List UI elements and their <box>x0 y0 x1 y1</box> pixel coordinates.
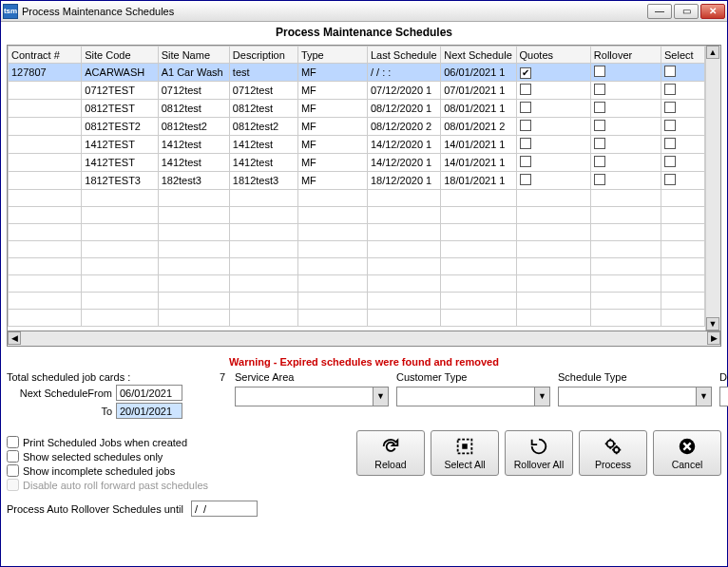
department-input[interactable] <box>720 387 728 406</box>
checkbox-icon[interactable] <box>664 156 676 167</box>
cancel-button[interactable]: Cancel <box>653 430 721 476</box>
grid-table[interactable]: Contract #Site CodeSite NameDescriptionT… <box>8 46 705 327</box>
checkbox-icon[interactable] <box>594 174 605 185</box>
checkbox-icon[interactable] <box>664 138 676 149</box>
app-icon: tsm <box>3 4 18 19</box>
checkbox-icon[interactable] <box>520 120 531 131</box>
scroll-up-icon[interactable]: ▲ <box>706 46 719 59</box>
process-button[interactable]: Process <box>579 430 647 476</box>
print-check[interactable]: Print Scheduled Jobs when created <box>7 436 330 448</box>
total-value: 7 <box>149 371 225 383</box>
checkbox-icon[interactable] <box>664 102 676 113</box>
checkbox-icon[interactable] <box>520 67 531 79</box>
checkbox-icon[interactable] <box>520 156 531 167</box>
checkbox-icon[interactable] <box>594 102 605 113</box>
action-buttons: Reload Select All Rollover All Process <box>330 430 721 476</box>
column-header[interactable]: Type <box>297 47 367 64</box>
app-window: tsm Process Maintenance Schedules — ▭ ✕ … <box>0 0 728 567</box>
column-header[interactable]: Description <box>229 47 297 64</box>
checkbox-icon[interactable] <box>520 174 531 185</box>
checkbox-icon[interactable] <box>594 156 605 167</box>
checkbox-icon[interactable] <box>664 174 676 185</box>
svg-point-2 <box>607 441 614 447</box>
chevron-down-icon[interactable]: ▼ <box>696 387 711 406</box>
table-row[interactable]: 0812TEST0812test0812testMF08/12/2020 108… <box>9 100 705 118</box>
checkbox-icon[interactable] <box>594 138 605 149</box>
table-row[interactable]: 1412TEST1412test1412testMF14/12/2020 114… <box>9 154 705 172</box>
department-label: Department22 <box>719 371 728 383</box>
table-row[interactable] <box>9 190 705 207</box>
table-row[interactable]: 1812TEST3182test31812test3MF18/12/2020 1… <box>9 172 705 190</box>
scroll-down-icon[interactable]: ▼ <box>706 317 719 331</box>
cancel-icon <box>677 436 698 457</box>
to-date-input[interactable] <box>116 403 182 419</box>
column-header[interactable]: Select <box>661 47 704 64</box>
maximize-button[interactable]: ▭ <box>674 4 699 19</box>
schedule-type-select[interactable]: ▼ <box>558 387 712 406</box>
select-all-button[interactable]: Select All <box>431 430 499 476</box>
grid-vscroll[interactable]: ▲ ▼ <box>705 46 720 331</box>
rollover-icon <box>528 436 549 457</box>
form-area: Total scheduled job cards : 7 Next Sched… <box>7 371 721 421</box>
content: Process Maintenance Schedules Contract #… <box>1 22 727 566</box>
auto-rollover-date-input[interactable] <box>191 501 258 517</box>
checkbox-icon[interactable] <box>594 84 605 95</box>
schedule-type-input[interactable] <box>559 387 696 406</box>
table-row[interactable]: 127807ACARWASHA1 Car WashtestMF/ / : :06… <box>9 64 705 82</box>
grid-hscroll[interactable]: ◀ ▶ <box>7 331 721 347</box>
scroll-left-icon[interactable]: ◀ <box>8 331 21 345</box>
reload-button[interactable]: Reload <box>356 430 425 476</box>
customer-type-select[interactable]: ▼ <box>396 387 550 406</box>
warning-text: Warning - Expired schedules were found a… <box>7 350 721 371</box>
table-row[interactable] <box>9 224 705 241</box>
show-selected-check[interactable]: Show selected schedules only <box>7 450 330 463</box>
service-area-input[interactable] <box>236 387 373 406</box>
to-label: To <box>7 406 116 417</box>
svg-point-3 <box>614 447 620 453</box>
svg-rect-1 <box>462 444 468 449</box>
checkbox-icon[interactable] <box>664 120 676 131</box>
table-row[interactable] <box>9 275 705 293</box>
schedule-grid: Contract #Site CodeSite NameDescriptionT… <box>7 45 721 331</box>
rollover-all-button[interactable]: Rollover All <box>505 430 573 476</box>
close-button[interactable]: ✕ <box>700 4 725 19</box>
checkbox-icon[interactable] <box>594 66 605 77</box>
table-row[interactable] <box>9 258 705 275</box>
titlebar: tsm Process Maintenance Schedules — ▭ ✕ <box>1 1 727 22</box>
show-incomplete-check[interactable]: Show incomplete scheduled jobs <box>7 464 330 477</box>
column-header[interactable]: Contract # <box>9 47 82 64</box>
checkbox-icon[interactable] <box>520 84 531 95</box>
disable-auto-check: Disable auto roll forward past schedules <box>7 479 330 491</box>
customer-type-input[interactable] <box>397 387 534 406</box>
table-row[interactable]: 1412TEST1412test1412testMF14/12/2020 114… <box>9 136 705 154</box>
checkbox-icon[interactable] <box>664 66 676 77</box>
column-header[interactable]: Last Schedule <box>367 47 440 64</box>
customer-type-label: Customer Type <box>396 371 550 383</box>
department-select[interactable]: ▼ <box>719 387 728 406</box>
column-header[interactable]: Site Name <box>158 47 229 64</box>
table-row[interactable]: 0712TEST0712test0712testMF07/12/2020 107… <box>9 82 705 100</box>
table-row[interactable] <box>9 310 705 327</box>
select-all-icon <box>454 436 475 457</box>
table-row[interactable] <box>9 241 705 258</box>
checkbox-icon[interactable] <box>594 120 605 131</box>
column-header[interactable]: Next Schedule <box>441 47 516 64</box>
table-row[interactable]: 0812TEST20812test20812test2MF08/12/2020 … <box>9 118 705 136</box>
checkbox-icon[interactable] <box>520 138 531 149</box>
from-date-input[interactable] <box>116 385 182 401</box>
checkbox-icon[interactable] <box>664 84 676 95</box>
table-row[interactable] <box>9 207 705 224</box>
chevron-down-icon[interactable]: ▼ <box>534 387 549 406</box>
checkbox-icon[interactable] <box>520 102 531 113</box>
scroll-right-icon[interactable]: ▶ <box>707 331 720 345</box>
column-header[interactable]: Site Code <box>82 47 158 64</box>
window-title: Process Maintenance Schedules <box>22 6 645 17</box>
chevron-down-icon[interactable]: ▼ <box>373 387 388 406</box>
reload-icon <box>380 436 401 457</box>
table-row[interactable] <box>9 293 705 310</box>
auto-rollover-label: Process Auto Rollover Schedules until <box>7 503 183 515</box>
column-header[interactable]: Quotes <box>516 47 590 64</box>
minimize-button[interactable]: — <box>647 4 672 19</box>
service-area-select[interactable]: ▼ <box>235 387 389 406</box>
column-header[interactable]: Rollover <box>590 47 661 64</box>
